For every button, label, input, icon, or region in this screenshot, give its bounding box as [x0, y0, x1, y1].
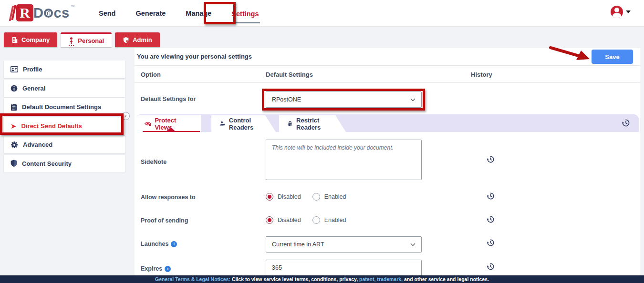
sidenote-textarea[interactable]	[266, 140, 422, 180]
history-icon	[487, 192, 495, 200]
sidebar-item-profile[interactable]: Profile	[4, 61, 125, 78]
expires-input[interactable]	[266, 260, 422, 276]
top-header: R Dcs ™ Send Generate Manage Settings	[0, 0, 644, 27]
protect-views-eye-icon	[145, 121, 151, 127]
settings-sidebar: Profile General Default Document Setting…	[4, 61, 125, 173]
tab-admin-label: Admin	[133, 36, 152, 43]
tab-admin[interactable]: Admin	[115, 32, 159, 47]
building-icon	[11, 37, 18, 43]
user-menu[interactable]	[611, 6, 631, 18]
personal-settings-panel: You are viewing your personal settings S…	[135, 48, 640, 275]
main-nav: Send Generate Manage Settings	[98, 0, 260, 27]
active-tab-pointer	[166, 127, 176, 132]
default-settings-for-label: Default Settings for	[141, 96, 196, 102]
chevron-down-icon	[410, 98, 415, 101]
radio-selected-icon	[266, 193, 273, 201]
proof-of-sending-disabled-option[interactable]: Disabled	[266, 216, 301, 224]
nav-item-manage[interactable]: Manage	[185, 7, 212, 20]
history-icon	[487, 215, 495, 223]
nav-item-settings[interactable]: Settings	[230, 7, 260, 23]
admin-shield-icon	[123, 37, 129, 43]
sidenote-label: SideNote	[141, 159, 166, 165]
sidebar-label: General	[22, 85, 45, 92]
proof-of-sending-label: Proof of sending	[141, 217, 188, 224]
tab-company[interactable]: Company	[4, 32, 57, 47]
allow-responses-disabled-option[interactable]: Disabled	[266, 193, 301, 201]
tab-personal[interactable]: Personal	[61, 32, 112, 47]
nav-item-send[interactable]: Send	[98, 7, 116, 20]
sidebar-item-default-document-settings[interactable]: Default Document Settings	[4, 98, 125, 116]
footer-text: and other service and legal notices.	[403, 276, 489, 282]
default-settings-for-select[interactable]: RPostONE	[266, 91, 422, 108]
shield-icon	[10, 160, 17, 167]
person-icon	[68, 37, 74, 44]
trademark-link[interactable]: trademark,	[377, 276, 403, 282]
legal-footer: General Terms & Legal Notices: Click to …	[0, 275, 644, 283]
proof-of-sending-radio-group: Disabled Enabled	[266, 216, 346, 224]
history-icon	[487, 239, 495, 247]
terms-link[interactable]: General Terms & Legal Notices:	[155, 276, 230, 282]
logo-wordmark: Dcs	[33, 4, 70, 21]
sidebar-item-content-security[interactable]: Content Security	[4, 155, 125, 172]
logo-r-icon: R	[16, 4, 33, 21]
column-option: Option	[141, 71, 161, 78]
history-icon	[487, 263, 495, 271]
reader-settings-tabbar: Protect Views Control Readers Restrict R…	[136, 114, 639, 132]
sidenote-history-button[interactable]	[486, 155, 495, 165]
tab-restrict-readers[interactable]: Restrict Readers	[279, 115, 346, 132]
allow-responses-history-button[interactable]	[486, 192, 495, 202]
patent-link[interactable]: patent,	[359, 276, 375, 282]
info-icon	[10, 85, 18, 92]
allow-responses-radio-group: Disabled Enabled	[266, 193, 346, 201]
control-readers-person-gear-icon	[220, 120, 225, 127]
settings-table-header: Option Default Settings History	[135, 66, 640, 83]
tab-control-readers[interactable]: Control Readers	[211, 115, 276, 132]
sidebar-label: Direct Send Defaults	[21, 122, 82, 130]
footer-text: Click to view service level terms, condi…	[230, 276, 359, 282]
gear-icon	[10, 141, 18, 149]
launches-history-button[interactable]	[486, 239, 495, 248]
expires-history-button[interactable]	[486, 263, 495, 272]
radio-label: Disabled	[278, 217, 301, 223]
launches-label: Launchesi	[141, 241, 177, 247]
radio-label: Enabled	[324, 193, 346, 200]
sidebar-collapse-button[interactable]: ‹	[122, 112, 130, 120]
nav-item-generate[interactable]: Generate	[135, 7, 166, 20]
radio-unselected-icon	[312, 193, 320, 201]
allow-responses-enabled-option[interactable]: Enabled	[312, 193, 346, 201]
radio-label: Disabled	[278, 193, 301, 200]
radio-unselected-icon	[312, 216, 320, 224]
tab-protect-views[interactable]: Protect Views	[136, 115, 201, 132]
sidebar-item-direct-send-defaults[interactable]: ➤ Direct Send Defaults	[4, 117, 125, 135]
user-avatar-icon	[611, 6, 623, 18]
launches-value: Current time in ART	[272, 241, 324, 248]
sidebar-item-general[interactable]: General	[4, 80, 125, 97]
sidebar-item-advanced[interactable]: Advanced	[4, 136, 125, 153]
proof-of-sending-history-button[interactable]	[486, 215, 495, 225]
sidebar-label: Advanced	[23, 141, 52, 148]
rdocs-logo[interactable]: R Dcs ™	[10, 4, 75, 21]
save-button[interactable]: Save	[592, 50, 633, 64]
proof-of-sending-enabled-option[interactable]: Enabled	[312, 216, 346, 224]
settings-scope-tabs: Company Personal Admin	[4, 32, 160, 47]
launches-select[interactable]: Current time in ART	[266, 236, 422, 253]
history-icon	[622, 119, 630, 127]
sidebar-label: Profile	[23, 66, 42, 73]
caret-down-icon	[626, 10, 631, 13]
logo-pages-icon	[10, 4, 15, 21]
info-icon[interactable]: i	[171, 241, 177, 247]
contact-card-icon	[10, 66, 18, 72]
tab-label: Control Readers	[229, 117, 261, 131]
sidebar-label: Content Security	[22, 160, 72, 167]
tab-company-label: Company	[21, 36, 50, 43]
banner-text: You are viewing your personal settings	[137, 53, 252, 60]
history-icon	[487, 155, 495, 163]
chevron-down-icon	[410, 243, 415, 246]
tabbar-history-button[interactable]	[622, 119, 630, 129]
allow-responses-label: Allow responses to	[141, 194, 196, 201]
sidebar-label: Default Document Settings	[22, 103, 101, 111]
info-icon[interactable]: i	[165, 266, 171, 272]
lock-o-icon	[44, 9, 53, 18]
radio-label: Enabled	[324, 217, 346, 223]
expires-label: Expiresi	[141, 265, 171, 272]
